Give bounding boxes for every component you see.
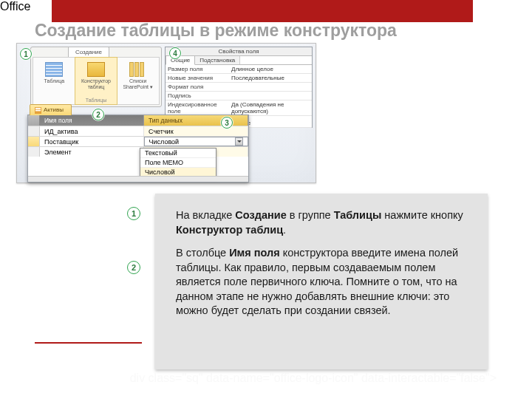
dropdown-arrow-icon[interactable] <box>235 137 243 146</box>
design-grid-header: Имя поля Тип данных <box>28 115 248 126</box>
ribbon-group-tables: Таблица Конструктор таблиц Списки ShareP… <box>33 57 160 105</box>
table-icon <box>45 62 63 77</box>
prop-val[interactable] <box>229 83 312 91</box>
prop-key: Новые значения <box>166 74 229 82</box>
dropdown-item[interactable]: Текстовый <box>140 149 216 158</box>
header-banner <box>52 0 473 22</box>
table-tab-icon <box>35 107 41 114</box>
button-sharepoint-label-2: SharePoint ▾ <box>117 84 159 90</box>
sharepoint-icon <box>129 62 147 77</box>
cell-data-type[interactable]: Числовой <box>144 137 249 146</box>
ribbon-tab-create[interactable]: Создание <box>68 47 109 57</box>
prop-key: Размер поля <box>166 65 229 73</box>
prop-key: Формат поля <box>166 83 229 91</box>
callout-badge-1: 1 <box>20 48 32 60</box>
prop-val[interactable]: Да (Совпадения не допускаются) <box>229 100 312 115</box>
tab-general[interactable]: Общие <box>166 56 195 65</box>
body-callout-2: 2 <box>127 261 140 274</box>
table-row[interactable]: Поставщик Числовой <box>28 136 248 146</box>
table-designer-icon <box>87 62 105 77</box>
table-tab-aktivy[interactable]: Активы <box>30 104 72 115</box>
button-table-label: Таблица <box>33 78 75 84</box>
paragraph-2: В столбце Имя поля конструктора введите … <box>176 246 467 318</box>
cell-field-name[interactable]: Поставщик <box>40 137 144 146</box>
design-grid: Активы Имя поля Тип данных ИД_актива Сче… <box>27 115 249 183</box>
dropdown-item[interactable]: Поле МЕМО <box>140 158 216 168</box>
callout-badge-3: 3 <box>221 117 233 129</box>
svg-rect-2 <box>35 109 41 111</box>
callout-badge-4: 4 <box>169 47 181 59</box>
column-data-type[interactable]: Тип данных <box>144 115 248 126</box>
explanation-panel: На вкладке Создание в группе Таблицы наж… <box>155 194 488 369</box>
column-field-name[interactable]: Имя поля <box>40 115 144 126</box>
cell-data-type[interactable]: Счетчик <box>144 126 248 136</box>
horizontal-scrollbar[interactable] <box>28 176 248 182</box>
ribbon: Создание Таблица Конструктор таблиц Спис… <box>30 47 162 107</box>
button-designer-label-1: Конструктор <box>75 78 117 84</box>
body-callout-1: 1 <box>127 207 140 220</box>
prop-key: Индексированное поле <box>166 100 229 115</box>
table-tab-label: Активы <box>44 105 64 115</box>
cell-data-type-value: Числовой <box>149 137 180 147</box>
row-selector[interactable] <box>28 137 40 146</box>
prop-val[interactable]: Последовательные <box>229 74 312 82</box>
callout-badge-2: 2 <box>92 109 104 120</box>
table-row[interactable]: ИД_актива Счетчик <box>28 126 248 136</box>
cell-field-name[interactable]: Элемент <box>40 147 144 157</box>
field-properties-title: Свойства поля <box>166 47 312 56</box>
app-screenshot: Создание Таблица Конструктор таблиц Спис… <box>16 43 316 183</box>
cell-field-name[interactable]: ИД_актива <box>40 126 144 136</box>
ribbon-group-label: Таблицы <box>33 98 159 103</box>
row-selector[interactable] <box>28 126 40 136</box>
prop-key: Подпись <box>166 92 229 100</box>
office-logo: div class="sq" data-name="office-logo-ic… <box>130 372 514 385</box>
prop-val[interactable]: Длинное целое <box>229 65 312 73</box>
svg-rect-1 <box>35 107 41 109</box>
prop-val[interactable] <box>229 92 312 100</box>
button-designer-label-2: таблиц <box>75 84 117 90</box>
slide-title: Создание таблицы в режиме конструктора <box>35 21 397 41</box>
footer-divider <box>35 342 142 344</box>
button-sharepoint-label-1: Списки <box>117 78 159 84</box>
tab-lookup[interactable]: Подстановка <box>195 56 240 64</box>
row-selector[interactable] <box>28 147 40 157</box>
data-type-dropdown[interactable]: Текстовый Поле МЕМО Числовой <box>140 148 216 178</box>
paragraph-1: На вкладке Создание в группе Таблицы наж… <box>176 208 467 237</box>
